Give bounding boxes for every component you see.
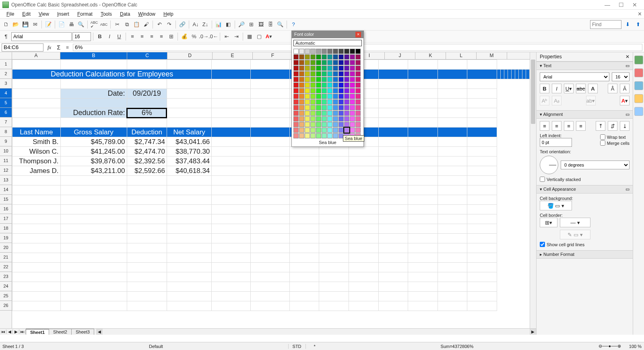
color-swatch[interactable]	[327, 49, 332, 54]
cell[interactable]	[212, 243, 251, 253]
cell[interactable]	[378, 195, 408, 205]
maximize-button[interactable]: ☐	[614, 2, 628, 8]
cell[interactable]	[378, 176, 408, 185]
color-swatch[interactable]	[299, 66, 304, 71]
cell[interactable]	[438, 156, 467, 166]
sheet-next-button[interactable]: ▶	[13, 329, 19, 334]
menu-insert[interactable]: Insert	[53, 10, 73, 18]
cell[interactable]	[251, 118, 290, 128]
orientation-combo[interactable]: 0 degrees	[561, 161, 630, 169]
color-swatch[interactable]	[316, 105, 321, 110]
cell[interactable]	[526, 70, 530, 79]
color-swatch[interactable]	[305, 111, 310, 116]
function-wizard-button[interactable]: fx	[45, 44, 54, 51]
cell[interactable]	[408, 205, 438, 214]
cell[interactable]	[212, 147, 251, 156]
cell[interactable]	[349, 282, 378, 292]
color-swatch[interactable]	[344, 77, 349, 82]
cell[interactable]	[251, 156, 290, 166]
color-swatch[interactable]	[355, 77, 361, 82]
redo-button[interactable]: ↷	[165, 20, 173, 29]
color-swatch[interactable]	[350, 116, 355, 121]
color-swatch[interactable]	[293, 71, 299, 76]
cell[interactable]	[12, 118, 61, 128]
cell[interactable]: $45,789.00	[60, 137, 127, 147]
prop-fontcolor[interactable]: A▾	[620, 96, 630, 105]
styles-button[interactable]: ¶	[2, 32, 10, 41]
row-header-23[interactable]: 23	[0, 272, 12, 282]
cell[interactable]	[408, 128, 438, 137]
sheet-prev-button[interactable]: ◀	[6, 329, 13, 334]
cell[interactable]	[378, 118, 408, 128]
row-header-7[interactable]: 7	[0, 117, 12, 127]
cell[interactable]	[438, 195, 467, 205]
cell[interactable]: Thompson J.	[12, 156, 61, 166]
color-swatch[interactable]	[327, 60, 332, 65]
cell[interactable]	[378, 205, 408, 214]
datasources-button[interactable]: 🗄	[266, 20, 275, 29]
cell[interactable]	[378, 147, 408, 156]
cell[interactable]	[127, 99, 167, 108]
color-swatch[interactable]	[316, 54, 321, 60]
color-swatch[interactable]	[327, 77, 332, 82]
cell[interactable]	[378, 234, 408, 243]
cell[interactable]	[378, 292, 408, 301]
cell[interactable]	[319, 243, 349, 253]
align-center[interactable]: ≡	[552, 121, 561, 131]
cell[interactable]	[127, 263, 167, 272]
cell[interactable]: $2,474.70	[127, 147, 167, 156]
cell[interactable]: Smith B.	[12, 137, 61, 147]
color-swatch[interactable]	[310, 99, 316, 105]
color-swatch[interactable]	[322, 122, 327, 127]
align-right-button[interactable]: ≡	[147, 32, 156, 41]
color-swatch[interactable]	[355, 60, 361, 65]
color-swatch[interactable]	[305, 71, 310, 76]
cell[interactable]	[438, 60, 467, 70]
cell[interactable]	[60, 301, 127, 311]
cell[interactable]	[212, 79, 251, 89]
cell[interactable]	[467, 89, 497, 99]
cell[interactable]	[212, 156, 251, 166]
cell[interactable]	[167, 234, 211, 243]
color-swatch[interactable]	[322, 71, 327, 76]
color-swatch[interactable]	[350, 111, 355, 116]
cell[interactable]	[127, 224, 167, 234]
color-swatch[interactable]	[333, 116, 338, 121]
cell[interactable]	[251, 301, 290, 311]
sheet-last-button[interactable]: ⏭	[19, 329, 26, 334]
cell[interactable]	[60, 176, 127, 185]
cell[interactable]: Net Salary	[167, 128, 211, 137]
section-menu-icon[interactable]: ▭	[625, 112, 630, 117]
color-swatch[interactable]	[339, 82, 344, 88]
cell[interactable]	[251, 176, 290, 185]
cell[interactable]	[349, 147, 378, 156]
color-swatch[interactable]	[339, 116, 344, 121]
cell[interactable]: $38,770.30	[167, 147, 211, 156]
cell[interactable]	[378, 224, 408, 234]
color-swatch[interactable]	[350, 99, 355, 105]
help-button[interactable]: ?	[289, 20, 298, 29]
underline-button[interactable]: U	[115, 32, 124, 41]
cell[interactable]: $41,245.00	[60, 147, 127, 156]
cell[interactable]	[251, 147, 290, 156]
cell[interactable]	[319, 301, 349, 311]
cell[interactable]	[12, 253, 61, 263]
prop-italic[interactable]: I	[552, 84, 561, 93]
cell[interactable]	[349, 156, 378, 166]
prop-underline[interactable]: U▾	[564, 84, 574, 93]
cell[interactable]	[467, 137, 497, 147]
color-swatch[interactable]	[310, 122, 316, 127]
cell[interactable]	[12, 214, 61, 224]
cell[interactable]	[378, 253, 408, 263]
cell[interactable]	[438, 70, 467, 79]
align-justify[interactable]: ≡	[576, 121, 586, 131]
cell[interactable]: $2,747.34	[127, 137, 167, 147]
cell[interactable]	[408, 282, 438, 292]
cell[interactable]	[127, 205, 167, 214]
color-swatch[interactable]	[310, 111, 316, 116]
color-swatch[interactable]	[339, 111, 344, 116]
section-menu-icon[interactable]: ▭	[625, 63, 630, 68]
color-swatch[interactable]	[316, 94, 321, 99]
cell[interactable]	[167, 224, 211, 234]
cell[interactable]	[251, 224, 290, 234]
